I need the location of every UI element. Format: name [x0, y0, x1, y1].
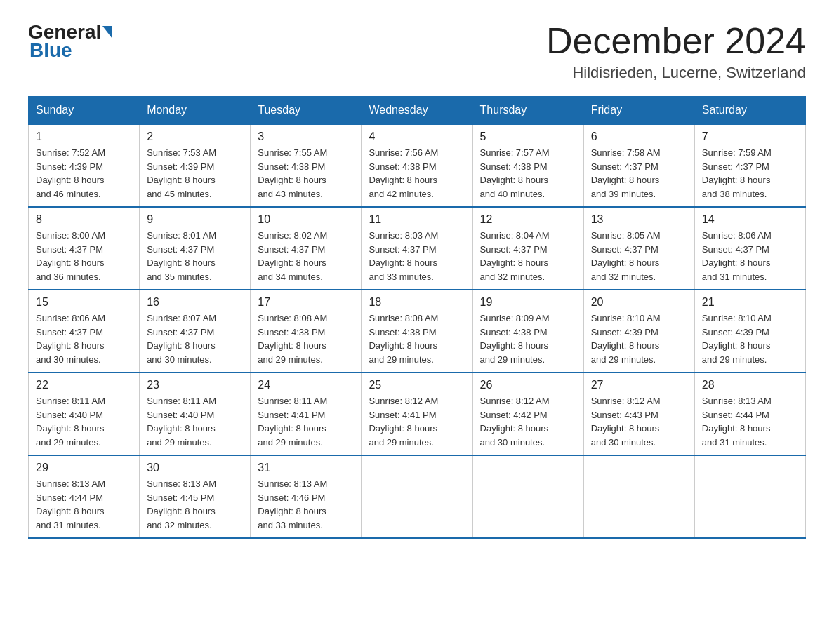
calendar-cell: 7Sunrise: 7:59 AMSunset: 4:37 PMDaylight…: [694, 124, 805, 207]
calendar-cell: [472, 455, 583, 538]
calendar-header-row: SundayMondayTuesdayWednesdayThursdayFrid…: [29, 97, 806, 125]
day-info: Sunrise: 8:12 AMSunset: 4:43 PMDaylight:…: [591, 394, 687, 449]
day-info: Sunrise: 8:11 AMSunset: 4:41 PMDaylight:…: [258, 394, 354, 449]
day-number: 19: [480, 296, 576, 309]
day-number: 9: [147, 213, 243, 226]
header-tuesday: Tuesday: [251, 97, 362, 125]
calendar-cell: [694, 455, 805, 538]
calendar-cell: 28Sunrise: 8:13 AMSunset: 4:44 PMDayligh…: [694, 373, 805, 455]
day-number: 15: [36, 296, 132, 309]
day-number: 16: [147, 296, 243, 309]
calendar-cell: 24Sunrise: 8:11 AMSunset: 4:41 PMDayligh…: [251, 373, 362, 455]
day-number: 30: [147, 462, 243, 474]
day-info: Sunrise: 7:52 AMSunset: 4:39 PMDaylight:…: [36, 146, 132, 201]
day-number: 17: [258, 296, 354, 309]
calendar-week-row: 8Sunrise: 8:00 AMSunset: 4:37 PMDaylight…: [29, 207, 806, 290]
calendar-week-row: 15Sunrise: 8:06 AMSunset: 4:37 PMDayligh…: [29, 290, 806, 373]
day-info: Sunrise: 8:10 AMSunset: 4:39 PMDaylight:…: [591, 311, 687, 366]
day-info: Sunrise: 8:04 AMSunset: 4:37 PMDaylight:…: [480, 229, 576, 283]
calendar-cell: 10Sunrise: 8:02 AMSunset: 4:37 PMDayligh…: [251, 207, 362, 290]
day-number: 10: [258, 213, 354, 226]
day-info: Sunrise: 7:59 AMSunset: 4:37 PMDaylight:…: [702, 146, 798, 201]
day-info: Sunrise: 7:56 AMSunset: 4:38 PMDaylight:…: [369, 146, 465, 201]
calendar-cell: [583, 455, 694, 538]
header-monday: Monday: [140, 97, 251, 125]
calendar-cell: 30Sunrise: 8:13 AMSunset: 4:45 PMDayligh…: [140, 455, 251, 538]
day-number: 6: [591, 130, 687, 143]
calendar-cell: 15Sunrise: 8:06 AMSunset: 4:37 PMDayligh…: [29, 290, 140, 373]
day-info: Sunrise: 8:08 AMSunset: 4:38 PMDaylight:…: [258, 311, 354, 366]
day-info: Sunrise: 8:12 AMSunset: 4:42 PMDaylight:…: [480, 394, 576, 449]
day-info: Sunrise: 8:05 AMSunset: 4:37 PMDaylight:…: [591, 229, 687, 283]
day-number: 4: [369, 130, 465, 143]
logo-triangle-icon: [102, 26, 112, 39]
header-wednesday: Wednesday: [362, 97, 472, 125]
calendar-cell: 19Sunrise: 8:09 AMSunset: 4:38 PMDayligh…: [472, 290, 583, 373]
day-number: 25: [369, 379, 465, 391]
day-number: 24: [258, 379, 354, 391]
day-number: 27: [591, 379, 687, 391]
calendar-cell: 8Sunrise: 8:00 AMSunset: 4:37 PMDaylight…: [29, 207, 140, 290]
calendar-cell: 9Sunrise: 8:01 AMSunset: 4:37 PMDaylight…: [140, 207, 251, 290]
calendar-cell: 27Sunrise: 8:12 AMSunset: 4:43 PMDayligh…: [583, 373, 694, 455]
day-number: 12: [480, 213, 576, 226]
day-number: 5: [480, 130, 576, 143]
calendar-cell: 17Sunrise: 8:08 AMSunset: 4:38 PMDayligh…: [251, 290, 362, 373]
day-number: 13: [591, 213, 687, 226]
calendar-cell: 29Sunrise: 8:13 AMSunset: 4:44 PMDayligh…: [29, 455, 140, 538]
day-number: 14: [702, 213, 798, 226]
day-info: Sunrise: 7:55 AMSunset: 4:38 PMDaylight:…: [258, 146, 354, 201]
header-saturday: Saturday: [694, 97, 805, 125]
calendar-week-row: 1Sunrise: 7:52 AMSunset: 4:39 PMDaylight…: [29, 124, 806, 207]
calendar-cell: 11Sunrise: 8:03 AMSunset: 4:37 PMDayligh…: [362, 207, 472, 290]
day-number: 23: [147, 379, 243, 391]
day-info: Sunrise: 8:02 AMSunset: 4:37 PMDaylight:…: [258, 229, 354, 283]
page-header: General Blue December 2024 Hildisrieden,…: [28, 21, 806, 82]
day-info: Sunrise: 7:53 AMSunset: 4:39 PMDaylight:…: [147, 146, 243, 201]
calendar-cell: 26Sunrise: 8:12 AMSunset: 4:42 PMDayligh…: [472, 373, 583, 455]
day-number: 29: [36, 462, 132, 474]
calendar-cell: 14Sunrise: 8:06 AMSunset: 4:37 PMDayligh…: [694, 207, 805, 290]
calendar-cell: 25Sunrise: 8:12 AMSunset: 4:41 PMDayligh…: [362, 373, 472, 455]
calendar-cell: 31Sunrise: 8:13 AMSunset: 4:46 PMDayligh…: [251, 455, 362, 538]
day-number: 26: [480, 379, 576, 391]
calendar-cell: 21Sunrise: 8:10 AMSunset: 4:39 PMDayligh…: [694, 290, 805, 373]
location-text: Hildisrieden, Lucerne, Switzerland: [546, 64, 806, 82]
day-number: 1: [36, 130, 132, 143]
day-info: Sunrise: 8:03 AMSunset: 4:37 PMDaylight:…: [369, 229, 465, 283]
calendar-week-row: 22Sunrise: 8:11 AMSunset: 4:40 PMDayligh…: [29, 373, 806, 455]
day-info: Sunrise: 8:11 AMSunset: 4:40 PMDaylight:…: [147, 394, 243, 449]
day-info: Sunrise: 8:13 AMSunset: 4:46 PMDaylight:…: [258, 477, 354, 532]
month-title: December 2024: [546, 21, 806, 61]
day-number: 8: [36, 213, 132, 226]
day-number: 7: [702, 130, 798, 143]
calendar-cell: 3Sunrise: 7:55 AMSunset: 4:38 PMDaylight…: [251, 124, 362, 207]
day-number: 3: [258, 130, 354, 143]
day-number: 11: [369, 213, 465, 226]
header-friday: Friday: [583, 97, 694, 125]
header-thursday: Thursday: [472, 97, 583, 125]
logo: General Blue: [28, 21, 114, 62]
day-info: Sunrise: 8:00 AMSunset: 4:37 PMDaylight:…: [36, 229, 132, 283]
calendar-cell: 2Sunrise: 7:53 AMSunset: 4:39 PMDaylight…: [140, 124, 251, 207]
calendar-cell: 16Sunrise: 8:07 AMSunset: 4:37 PMDayligh…: [140, 290, 251, 373]
calendar-cell: 5Sunrise: 7:57 AMSunset: 4:38 PMDaylight…: [472, 124, 583, 207]
calendar-cell: 12Sunrise: 8:04 AMSunset: 4:37 PMDayligh…: [472, 207, 583, 290]
day-info: Sunrise: 7:57 AMSunset: 4:38 PMDaylight:…: [480, 146, 576, 201]
calendar-cell: 22Sunrise: 8:11 AMSunset: 4:40 PMDayligh…: [29, 373, 140, 455]
day-info: Sunrise: 8:06 AMSunset: 4:37 PMDaylight:…: [702, 229, 798, 283]
calendar-cell: 20Sunrise: 8:10 AMSunset: 4:39 PMDayligh…: [583, 290, 694, 373]
day-info: Sunrise: 8:13 AMSunset: 4:44 PMDaylight:…: [36, 477, 132, 532]
calendar-cell: 18Sunrise: 8:08 AMSunset: 4:38 PMDayligh…: [362, 290, 472, 373]
calendar-week-row: 29Sunrise: 8:13 AMSunset: 4:44 PMDayligh…: [29, 455, 806, 538]
day-number: 21: [702, 296, 798, 309]
day-info: Sunrise: 8:06 AMSunset: 4:37 PMDaylight:…: [36, 311, 132, 366]
day-info: Sunrise: 8:13 AMSunset: 4:45 PMDaylight:…: [147, 477, 243, 532]
logo-blue-text: Blue: [29, 39, 72, 62]
day-number: 22: [36, 379, 132, 391]
day-number: 20: [591, 296, 687, 309]
day-info: Sunrise: 8:10 AMSunset: 4:39 PMDaylight:…: [702, 311, 798, 366]
day-info: Sunrise: 8:08 AMSunset: 4:38 PMDaylight:…: [369, 311, 465, 366]
day-number: 18: [369, 296, 465, 309]
header-sunday: Sunday: [29, 97, 140, 125]
